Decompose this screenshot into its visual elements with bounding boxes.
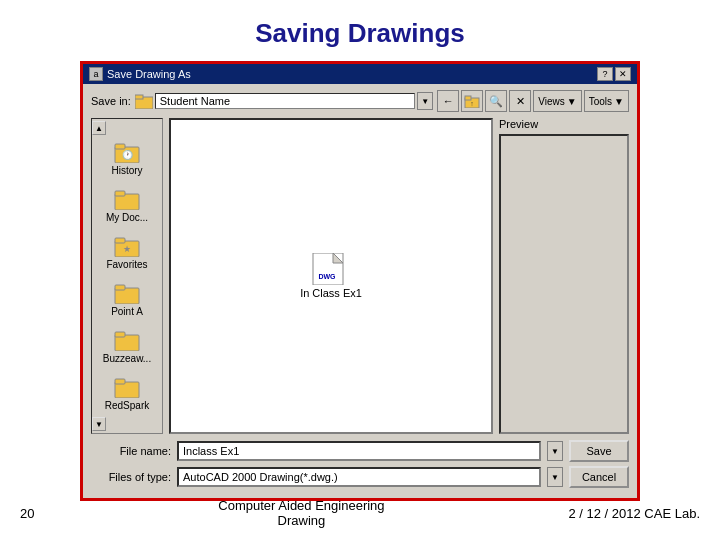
save-dialog: a Save Drawing As ? ✕ Save in: Student N… — [80, 61, 640, 501]
delete-button[interactable]: ✕ — [509, 90, 531, 112]
svg-rect-14 — [115, 285, 125, 290]
svg-rect-9 — [115, 191, 125, 196]
filename-input[interactable]: Inclass Ex1 — [177, 441, 541, 461]
savein-label: Save in: — [91, 95, 131, 107]
mydocs-folder-icon — [113, 188, 141, 210]
page-title: Saving Drawings — [0, 0, 720, 61]
sidebar-history-label: History — [111, 165, 142, 176]
favorites-folder-icon: ★ — [113, 235, 141, 257]
dialog-body: Save in: Student Name ▼ ← — [83, 84, 637, 498]
footer: 20 Computer Aided Engineering Drawing 2 … — [0, 498, 720, 528]
views-dropdown[interactable]: Views ▼ — [533, 90, 581, 112]
sidebar-item-favorites[interactable]: ★ Favorites — [92, 229, 162, 276]
file-item-label: In Class Ex1 — [300, 287, 362, 299]
dialog-titlebar: a Save Drawing As ? ✕ — [83, 64, 637, 84]
svg-text:★: ★ — [123, 244, 131, 254]
views-label: Views — [538, 96, 565, 107]
sidebar-scroll-down[interactable]: ▼ — [92, 417, 106, 431]
back-button[interactable]: ← — [437, 90, 459, 112]
filetype-input[interactable]: AutoCAD 2000 Drawing(*.dwg.) — [177, 467, 541, 487]
up-folder-button[interactable]: ↑ — [461, 90, 483, 112]
sidebar-mydocs-label: My Doc... — [106, 212, 148, 223]
footer-right-text: 2 / 12 / 2012 CAE Lab. — [568, 506, 700, 521]
sidebar-item-buzzeaw[interactable]: Buzzeaw... — [92, 323, 162, 370]
sidebar-favorites-label: Favorites — [106, 259, 147, 270]
preview-panel: Preview — [499, 118, 629, 434]
sidebar-redspark-label: RedSpark — [105, 400, 149, 411]
dwg-file-icon: DWG — [311, 253, 351, 285]
svg-rect-1 — [135, 95, 143, 99]
dialog-title: Save Drawing As — [107, 68, 191, 80]
footer-page-number: 20 — [20, 506, 34, 521]
titlebar-left: a Save Drawing As — [89, 67, 191, 81]
filename-label: File name: — [91, 445, 171, 457]
places-sidebar: ▲ 🕐 History My Doc... — [91, 118, 163, 434]
filetype-label: Files of type: — [91, 471, 171, 483]
save-button[interactable]: Save — [569, 440, 629, 462]
filename-row: File name: Inclass Ex1 ▼ Save — [91, 440, 629, 462]
savein-dropdown-arrow[interactable]: ▼ — [417, 92, 433, 110]
filetype-dropdown-arrow[interactable]: ▼ — [547, 467, 563, 487]
toolbar-icons: ← ↑ 🔍 ✕ Views ▼ Tools ▼ — [437, 90, 629, 112]
main-content: ▲ 🕐 History My Doc... — [91, 118, 629, 434]
dialog-app-icon: a — [89, 67, 103, 81]
folder-small-icon — [135, 93, 153, 109]
savein-value: Student Name — [160, 95, 230, 107]
footer-center-line2: Drawing — [218, 513, 384, 528]
history-folder-icon: 🕐 — [113, 141, 141, 163]
titlebar-buttons: ? ✕ — [597, 67, 631, 81]
search-button[interactable]: 🔍 — [485, 90, 507, 112]
footer-center-line1: Computer Aided Engineering — [218, 498, 384, 513]
filetype-row: Files of type: AutoCAD 2000 Drawing(*.dw… — [91, 466, 629, 488]
sidebar-item-history[interactable]: 🕐 History — [92, 135, 162, 182]
filetype-value: AutoCAD 2000 Drawing(*.dwg.) — [183, 471, 338, 483]
redspark-folder-icon — [113, 376, 141, 398]
savein-dropdown[interactable]: Student Name — [155, 93, 416, 109]
svg-text:↑: ↑ — [471, 100, 475, 107]
pointa-folder-icon — [113, 282, 141, 304]
svg-text:🕐: 🕐 — [122, 149, 134, 161]
sidebar-pointa-label: Point A — [111, 306, 143, 317]
filename-value: Inclass Ex1 — [183, 445, 239, 457]
tools-label: Tools — [589, 96, 612, 107]
sidebar-buzzeaw-label: Buzzeaw... — [103, 353, 151, 364]
close-button[interactable]: ✕ — [615, 67, 631, 81]
savein-row: Save in: Student Name ▼ ← — [91, 90, 629, 112]
sidebar-item-mydocs[interactable]: My Doc... — [92, 182, 162, 229]
svg-text:DWG: DWG — [318, 273, 336, 280]
svg-rect-16 — [115, 332, 125, 337]
svg-rect-6 — [115, 144, 125, 149]
preview-box — [499, 134, 629, 434]
footer-center: Computer Aided Engineering Drawing — [218, 498, 384, 528]
help-button[interactable]: ? — [597, 67, 613, 81]
sidebar-scroll-up[interactable]: ▲ — [92, 121, 106, 135]
sidebar-item-pointa[interactable]: Point A — [92, 276, 162, 323]
preview-label: Preview — [499, 118, 629, 130]
svg-rect-18 — [115, 379, 125, 384]
file-item-inclassex1[interactable]: DWG In Class Ex1 — [291, 253, 371, 299]
file-list[interactable]: DWG In Class Ex1 — [169, 118, 493, 434]
views-arrow-icon: ▼ — [567, 96, 577, 107]
filename-dropdown-arrow[interactable]: ▼ — [547, 441, 563, 461]
cancel-button[interactable]: Cancel — [569, 466, 629, 488]
buzzeaw-folder-icon — [113, 329, 141, 351]
tools-arrow-icon: ▼ — [614, 96, 624, 107]
svg-rect-11 — [115, 238, 125, 243]
sidebar-item-redspark[interactable]: RedSpark — [92, 370, 162, 417]
tools-dropdown[interactable]: Tools ▼ — [584, 90, 629, 112]
